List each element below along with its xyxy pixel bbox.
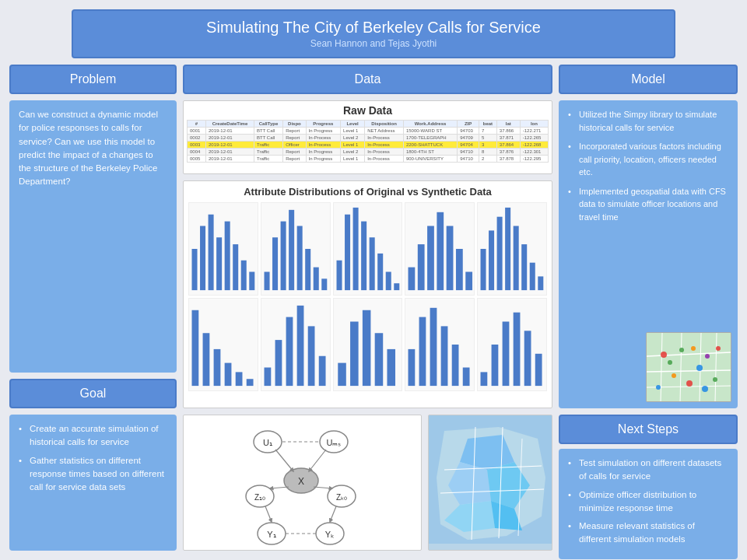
svg-rect-10: [280, 222, 286, 291]
chart-8: [333, 298, 403, 391]
svg-rect-57: [419, 317, 426, 387]
svg-line-104: [270, 487, 289, 488]
svg-point-83: [656, 385, 661, 390]
poster-subtitle: Sean Hannon and Tejas Jyothi: [89, 38, 658, 49]
svg-rect-52: [350, 322, 359, 387]
model-item-2: Incorporated various factors including c…: [568, 140, 728, 179]
map-thumbnail: [646, 332, 731, 402]
svg-text:Uₘₛ: Uₘₛ: [326, 438, 341, 447]
svg-rect-26: [427, 226, 434, 291]
next-steps-item-3: Measure relevant statistics of different…: [568, 520, 728, 547]
chart-6: [188, 298, 258, 391]
svg-rect-7: [249, 272, 254, 291]
chart-3: [333, 202, 403, 296]
svg-rect-68: [647, 333, 731, 402]
svg-rect-41: [214, 349, 221, 386]
svg-point-80: [705, 354, 710, 359]
svg-rect-36: [521, 244, 527, 290]
bottom-section: Create an accurate simulation of histori…: [9, 415, 738, 551]
svg-rect-24: [409, 268, 416, 291]
chart-1: [188, 202, 258, 296]
svg-line-102: [275, 450, 293, 471]
svg-rect-49: [307, 326, 314, 386]
svg-point-85: [716, 346, 721, 351]
svg-rect-55: [387, 349, 395, 386]
svg-rect-18: [352, 208, 358, 290]
svg-rect-63: [492, 345, 499, 386]
svg-rect-45: [264, 368, 271, 387]
attr-dist-title: Attribute Distributions of Original vs S…: [188, 186, 547, 198]
chart-4: [405, 202, 475, 296]
svg-point-79: [672, 373, 676, 378]
svg-rect-14: [314, 268, 319, 291]
svg-rect-3: [216, 237, 222, 290]
raw-data-box: Raw Data # CreateDateTime CallType Dispo…: [183, 100, 552, 174]
svg-rect-12: [296, 226, 302, 291]
svg-line-105: [314, 487, 332, 488]
header-box: Simulating The City of Berkeley Calls fo…: [72, 9, 675, 58]
svg-rect-46: [275, 340, 282, 386]
center-bottom: U₁ Uₘₛ X Z₁₀ Zₖ₀ Y₁: [183, 415, 552, 551]
chart-2: [261, 202, 331, 296]
svg-rect-2: [209, 215, 214, 290]
goal-section: Create an accurate simulation of histori…: [9, 415, 177, 551]
svg-rect-0: [192, 249, 198, 290]
svg-rect-47: [286, 317, 293, 387]
svg-text:Y₁: Y₁: [267, 530, 275, 539]
svg-point-82: [713, 377, 717, 382]
main-content: Problem Can we construct a dynamic model…: [9, 65, 738, 408]
left-column: Problem Can we construct a dynamic model…: [9, 65, 177, 408]
svg-rect-67: [535, 354, 542, 386]
next-steps-item-2: Optimize officer distribution to minimiz…: [568, 488, 728, 516]
svg-rect-53: [362, 310, 370, 386]
chart-10: [477, 298, 547, 391]
svg-text:X: X: [297, 476, 303, 487]
center-column: Data Raw Data # CreateDateTime CallType …: [183, 65, 552, 408]
next-steps-section: Next Steps Test simulation on different …: [559, 415, 738, 551]
svg-rect-27: [437, 212, 444, 290]
svg-rect-66: [524, 331, 531, 386]
svg-rect-19: [361, 222, 366, 291]
svg-rect-17: [345, 215, 350, 290]
svg-rect-62: [481, 372, 488, 386]
svg-text:Zₖ₀: Zₖ₀: [335, 493, 346, 502]
goal-list: Create an accurate simulation of histori…: [19, 422, 167, 494]
svg-rect-37: [530, 263, 535, 290]
svg-point-77: [679, 348, 684, 352]
svg-point-86: [668, 360, 672, 365]
svg-rect-9: [272, 237, 278, 290]
model-header: Model: [559, 65, 738, 94]
svg-rect-44: [247, 379, 254, 386]
svg-rect-4: [225, 222, 230, 291]
right-column: Model Utilized the Simpy library to simu…: [559, 65, 738, 408]
svg-rect-54: [374, 333, 383, 386]
svg-point-76: [661, 352, 667, 358]
svg-rect-34: [505, 208, 510, 290]
svg-point-87: [702, 386, 708, 392]
svg-rect-65: [514, 313, 521, 386]
svg-rect-43: [236, 372, 243, 386]
dag-graph: U₁ Uₘₛ X Z₁₀ Zₖ₀ Y₁: [183, 415, 422, 551]
poster: Simulating The City of Berkeley Calls fo…: [0, 0, 747, 560]
svg-rect-21: [377, 254, 383, 290]
model-content: Utilized the Simpy library to simulate h…: [559, 100, 738, 408]
svg-rect-32: [489, 230, 494, 290]
svg-rect-8: [264, 272, 269, 291]
svg-rect-58: [430, 308, 437, 386]
svg-rect-60: [452, 345, 459, 386]
berkeley-map: [428, 415, 552, 551]
svg-rect-15: [321, 278, 327, 290]
svg-rect-5: [233, 244, 238, 290]
svg-rect-20: [369, 237, 374, 290]
goal-item-1: Create an accurate simulation of histori…: [19, 422, 167, 450]
chart-5: [477, 202, 547, 296]
svg-point-84: [691, 346, 696, 351]
svg-rect-38: [538, 276, 543, 290]
svg-rect-40: [203, 333, 210, 386]
chart-9: [405, 298, 475, 391]
model-item-3: Implemented geospatial data with CFS dat…: [568, 185, 728, 224]
attr-dist-section: Attribute Distributions of Original vs S…: [183, 180, 552, 408]
svg-rect-39: [192, 310, 199, 386]
next-steps-list: Test simulation on different datasets of…: [568, 457, 728, 547]
svg-line-106: [265, 506, 272, 522]
